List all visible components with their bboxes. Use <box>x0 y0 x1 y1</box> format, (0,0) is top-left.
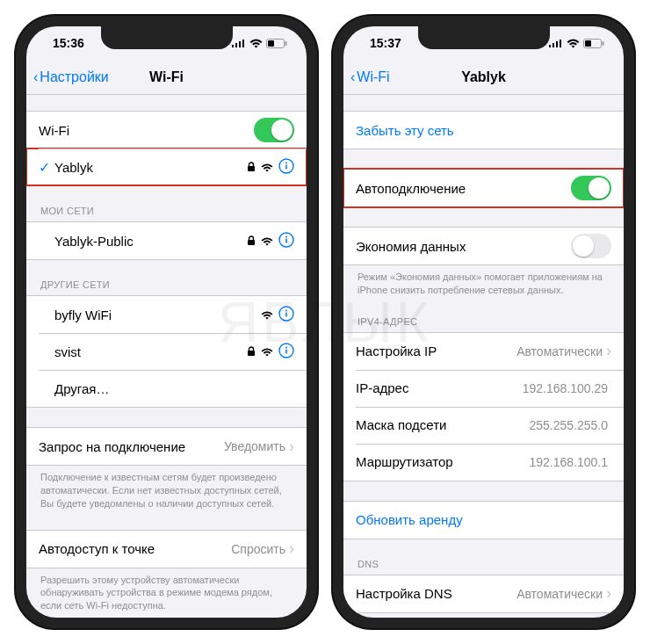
page-title: Wi-Fi <box>149 69 184 85</box>
renew-lease-label: Обновить аренду <box>356 512 611 527</box>
chevron-left-icon: ‹ <box>33 69 38 85</box>
connected-network-name: Yablyk <box>54 160 247 175</box>
chevron-right-icon: › <box>289 438 294 456</box>
svg-rect-24 <box>556 41 558 47</box>
signal-icon <box>232 39 246 47</box>
svg-rect-21 <box>285 349 287 353</box>
ip-address-row: IP-адрес 192.168.100.29 <box>343 370 624 407</box>
status-time: 15:36 <box>53 36 84 50</box>
back-label: Настройки <box>40 69 108 85</box>
ask-to-join-value: Уведомить <box>224 439 285 453</box>
wifi-icon <box>261 308 273 322</box>
auto-join-toggle[interactable] <box>571 176 611 200</box>
network-row[interactable]: svist <box>26 333 307 370</box>
dns-header: DNS <box>343 559 624 575</box>
nav-bar: ‹ Настройки Wi-Fi <box>26 60 307 95</box>
phone-right: 15:37 ‹ Wi-Fi Yablyk Забыть эту сеть <box>333 16 634 628</box>
forget-network-label: Забыть эту сеть <box>356 123 611 138</box>
network-name: Yablyk-Public <box>54 234 247 249</box>
auto-join-row[interactable]: Автоподключение <box>343 170 624 206</box>
auto-hotspot-value: Спросить <box>231 542 285 556</box>
status-time: 15:37 <box>370 36 401 50</box>
svg-rect-22 <box>549 45 551 47</box>
subnet-mask-row: Маска подсети 255.255.255.0 <box>343 407 624 444</box>
svg-rect-7 <box>248 166 255 171</box>
signal-icon <box>549 39 563 47</box>
wifi-icon <box>261 234 273 249</box>
auto-hotspot-footer: Разрешить этому устройству автоматически… <box>26 568 307 613</box>
chevron-left-icon: ‹ <box>350 69 355 85</box>
other-network-row[interactable]: Другая… <box>26 370 307 407</box>
info-icon[interactable] <box>278 343 294 361</box>
renew-lease-row[interactable]: Обновить аренду <box>343 502 624 539</box>
svg-point-13 <box>285 235 287 237</box>
wifi-icon <box>261 344 273 359</box>
wifi-toggle[interactable] <box>254 118 294 142</box>
chevron-right-icon: › <box>606 342 611 360</box>
auto-hotspot-row[interactable]: Автодоступ к точке Спросить › <box>26 531 307 568</box>
network-name: svist <box>54 344 247 359</box>
subnet-mask-label: Маска подсети <box>356 417 529 432</box>
forget-network-row[interactable]: Забыть эту сеть <box>343 112 624 148</box>
other-network-label: Другая… <box>54 381 294 396</box>
router-label: Маршрутизатор <box>356 454 529 469</box>
info-icon[interactable] <box>278 158 294 177</box>
svg-rect-28 <box>603 41 604 46</box>
subnet-mask-value: 255.255.255.0 <box>529 418 608 432</box>
auto-hotspot-label: Автодоступ к точке <box>39 541 231 556</box>
connected-network-row[interactable]: ✓ Yablyk <box>26 148 307 185</box>
checkmark-icon: ✓ <box>39 159 54 176</box>
svg-rect-10 <box>285 164 287 169</box>
lock-icon <box>247 344 256 359</box>
svg-rect-27 <box>585 40 591 47</box>
low-data-footer: Режим «Экономия данных» помогает приложе… <box>343 265 624 297</box>
ask-to-join-label: Запрос на подключение <box>39 439 224 454</box>
info-icon[interactable] <box>278 306 294 324</box>
other-networks-header: ДРУГИЕ СЕТИ <box>26 279 307 295</box>
dns-config-row[interactable]: Настройка DNS Автоматически › <box>343 575 624 612</box>
info-icon[interactable] <box>278 232 294 250</box>
ask-to-join-row[interactable]: Запрос на подключение Уведомить › <box>26 428 307 465</box>
svg-point-9 <box>285 162 287 163</box>
network-row[interactable]: Yablyk-Public <box>26 222 307 259</box>
svg-rect-11 <box>248 240 255 245</box>
lock-icon <box>247 160 256 175</box>
back-label: Wi-Fi <box>357 69 389 85</box>
chevron-right-icon: › <box>606 584 611 603</box>
wifi-icon <box>261 160 273 175</box>
auto-join-label: Автоподключение <box>356 181 571 196</box>
wifi-status-icon <box>567 39 580 48</box>
dns-config-label: Настройка DNS <box>356 586 516 601</box>
ip-address-label: IP-адрес <box>356 380 523 395</box>
network-row[interactable]: byfly WiFi <box>26 296 307 333</box>
battery-icon <box>583 39 604 48</box>
ask-to-join-footer: Подключение к известным сетям будет прои… <box>26 466 307 510</box>
back-button[interactable]: ‹ Wi-Fi <box>350 69 390 85</box>
wifi-status-icon <box>249 39 263 48</box>
svg-rect-6 <box>285 41 287 46</box>
low-data-toggle[interactable] <box>571 234 611 258</box>
svg-rect-18 <box>248 351 255 356</box>
svg-rect-3 <box>242 40 244 47</box>
svg-rect-17 <box>285 312 287 316</box>
ip-config-value: Автоматически <box>516 344 603 358</box>
svg-rect-2 <box>239 41 241 47</box>
svg-point-16 <box>285 309 287 311</box>
page-title: Yablyk <box>461 69 506 85</box>
svg-point-20 <box>285 346 287 348</box>
ip-config-row[interactable]: Настройка IP Автоматически › <box>343 333 624 370</box>
dns-config-value: Автоматически <box>516 587 603 601</box>
svg-rect-25 <box>560 40 561 47</box>
notch <box>418 26 550 49</box>
battery-icon <box>266 39 287 48</box>
lock-icon <box>247 234 256 249</box>
nav-bar: ‹ Wi-Fi Yablyk <box>343 60 624 95</box>
svg-rect-1 <box>235 43 237 47</box>
phone-left: 15:36 ‹ Настройки Wi-Fi Wi-Fi <box>16 16 317 628</box>
my-networks-header: МОИ СЕТИ <box>26 206 307 221</box>
wifi-toggle-row[interactable]: Wi-Fi <box>26 112 307 148</box>
low-data-row[interactable]: Экономия данных <box>343 228 624 264</box>
svg-rect-5 <box>268 40 274 47</box>
back-button[interactable]: ‹ Настройки <box>33 69 109 85</box>
ipv4-header: IPV4-АДРЕС <box>343 316 624 332</box>
